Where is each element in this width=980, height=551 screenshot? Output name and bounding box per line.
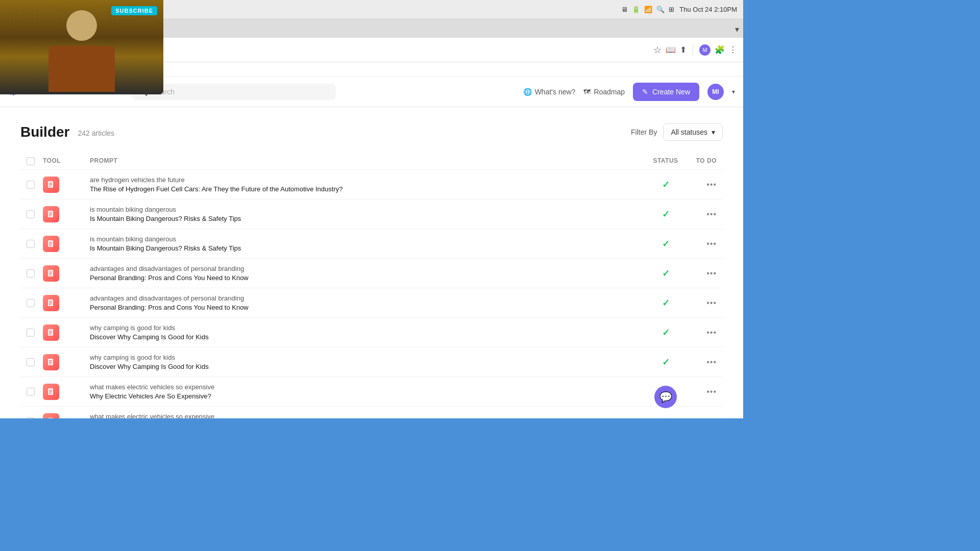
row-checkbox-cell — [27, 240, 43, 248]
battery-icon: 🔋 — [632, 6, 640, 13]
row-prompt-title-6: why camping is good for kids — [90, 354, 639, 361]
chat-icon: 💬 — [659, 391, 672, 403]
row-todo-2[interactable]: ••• — [686, 239, 717, 248]
control-center-icon[interactable]: ⊞ — [669, 6, 674, 13]
menu-icon[interactable]: ⋮ — [729, 45, 737, 55]
table-row[interactable]: is mountain biking dangerous Is Mountain… — [20, 199, 723, 229]
status-checkmark-icon-5: ✓ — [662, 327, 670, 338]
more-options-icon-3[interactable]: ••• — [706, 269, 717, 278]
create-new-label: Create New — [652, 88, 690, 96]
row-todo-8[interactable]: ••• — [686, 417, 717, 419]
row-status-3: ✓ — [645, 268, 686, 279]
title-bar-right: 🖥 🔋 📶 🔍 ⊞ Thu Oct 24 2:10PM — [621, 6, 737, 13]
row-prompt-subtitle-1: Is Mountain Biking Dangerous? Risks & Sa… — [90, 215, 639, 222]
row-prompt-title-8: what makes electric vehicles so expensiv… — [90, 413, 639, 418]
row-status-8: ✓ — [645, 416, 686, 419]
row-prompt-col-0: are hydrogen vehicles the future The Ris… — [84, 176, 645, 193]
row-tool-icon-cell — [43, 236, 84, 252]
row-prompt-subtitle-5: Discover Why Camping Is Good for Kids — [90, 333, 639, 341]
extensions-icon[interactable]: 🧩 — [715, 45, 725, 55]
row-checkbox-6[interactable] — [27, 358, 35, 366]
row-todo-1[interactable]: ••• — [686, 210, 717, 219]
header-prompt: PROMPT — [84, 157, 645, 165]
filter-dropdown[interactable]: All statuses ▾ — [663, 123, 723, 141]
table-row[interactable]: what makes electric vehicles so expensiv… — [20, 407, 723, 418]
row-checkbox-1[interactable] — [27, 210, 35, 218]
tab-bar-dropdown[interactable]: ▾ — [735, 24, 739, 34]
row-tool-icon-cell — [43, 354, 84, 370]
system-icons: 🖥 🔋 📶 🔍 ⊞ — [621, 6, 674, 13]
more-options-icon-6[interactable]: ••• — [706, 358, 717, 367]
share-icon[interactable]: ⬆ — [680, 45, 687, 55]
bookmark-star-icon[interactable]: ☆ — [653, 44, 662, 56]
select-all-checkbox[interactable] — [27, 157, 35, 165]
row-prompt-col-5: why camping is good for kids Discover Wh… — [84, 324, 645, 341]
table-row[interactable]: is mountain biking dangerous Is Mountain… — [20, 229, 723, 259]
row-tool-icon-cell — [43, 206, 84, 222]
row-prompt-subtitle-6: Discover Why Camping Is Good for Kids — [90, 363, 639, 370]
profile-icon[interactable]: M — [699, 44, 710, 56]
create-new-button[interactable]: ✎ Create New — [633, 83, 699, 101]
more-options-icon-2[interactable]: ••• — [706, 239, 717, 248]
wifi-icon: 📶 — [644, 6, 652, 13]
row-checkbox-0[interactable] — [27, 181, 35, 189]
table-row[interactable]: what makes electric vehicles so expensiv… — [20, 377, 723, 407]
row-checkbox-7[interactable] — [27, 388, 35, 396]
tool-icon-2 — [43, 236, 59, 252]
table-row[interactable]: advantages and disadvantages of personal… — [20, 288, 723, 318]
user-avatar[interactable]: MI — [707, 84, 724, 100]
table-body: are hydrogen vehicles the future The Ris… — [20, 170, 723, 418]
status-checkmark-icon-6: ✓ — [662, 357, 670, 368]
table-header: TOOL PROMPT STATUS TO DO — [20, 153, 723, 170]
row-prompt-subtitle-0: The Rise of Hydrogen Fuel Cell Cars: Are… — [90, 185, 639, 193]
row-checkbox-cell — [27, 329, 43, 337]
table-row[interactable]: are hydrogen vehicles the future The Ris… — [20, 170, 723, 199]
row-todo-7[interactable]: ••• — [686, 387, 717, 396]
row-status-1: ✓ — [645, 209, 686, 220]
row-checkbox-cell — [27, 210, 43, 218]
subscribe-badge: SUBSCRIBE — [111, 6, 157, 15]
row-todo-3[interactable]: ••• — [686, 269, 717, 278]
row-todo-5[interactable]: ••• — [686, 328, 717, 337]
more-options-icon-4[interactable]: ••• — [706, 298, 717, 308]
roadmap-icon: 🗺 — [583, 88, 591, 96]
more-options-icon-0[interactable]: ••• — [706, 180, 717, 189]
more-options-icon-5[interactable]: ••• — [706, 328, 717, 337]
row-prompt-title-4: advantages and disadvantages of personal… — [90, 294, 639, 302]
more-options-icon-8[interactable]: ••• — [706, 417, 717, 419]
row-checkbox-cell — [27, 269, 43, 278]
row-tool-icon-cell — [43, 413, 84, 419]
create-new-icon: ✎ — [642, 88, 648, 96]
reader-mode-icon[interactable]: 📖 — [666, 45, 676, 55]
row-tool-icon-cell — [43, 384, 84, 400]
row-todo-6[interactable]: ••• — [686, 358, 717, 367]
header-checkbox-col — [27, 157, 43, 165]
row-checkbox-cell — [27, 417, 43, 419]
row-checkbox-5[interactable] — [27, 329, 35, 337]
row-checkbox-2[interactable] — [27, 240, 35, 248]
table-row[interactable]: why camping is good for kids Discover Wh… — [20, 347, 723, 377]
row-checkbox-cell — [27, 299, 43, 307]
table-row[interactable]: why camping is good for kids Discover Wh… — [20, 318, 723, 347]
whats-new-button[interactable]: 🌐 What's new? — [523, 88, 576, 96]
user-chevron-icon[interactable]: ▾ — [732, 88, 735, 95]
filter-label: Filter By — [631, 128, 657, 136]
roadmap-button[interactable]: 🗺 Roadmap — [583, 88, 625, 96]
row-checkbox-3[interactable] — [27, 269, 35, 278]
row-todo-0[interactable]: ••• — [686, 180, 717, 189]
table-row[interactable]: advantages and disadvantages of personal… — [20, 259, 723, 288]
row-prompt-col-8: what makes electric vehicles so expensiv… — [84, 413, 645, 418]
row-checkbox-4[interactable] — [27, 299, 35, 307]
search-system-icon[interactable]: 🔍 — [656, 6, 665, 13]
status-checkmark-icon-1: ✓ — [662, 209, 670, 220]
more-options-icon-1[interactable]: ••• — [706, 210, 717, 219]
chat-widget[interactable]: 💬 — [654, 386, 677, 408]
row-checkbox-8[interactable] — [27, 417, 35, 419]
divider — [693, 45, 693, 55]
row-prompt-title-2: is mountain biking dangerous — [90, 235, 639, 243]
more-options-icon-7[interactable]: ••• — [706, 387, 717, 396]
row-tool-icon-cell — [43, 295, 84, 311]
row-prompt-subtitle-7: Why Electric Vehicles Are So Expensive? — [90, 392, 639, 400]
row-todo-4[interactable]: ••• — [686, 298, 717, 308]
row-prompt-title-1: is mountain biking dangerous — [90, 206, 639, 213]
